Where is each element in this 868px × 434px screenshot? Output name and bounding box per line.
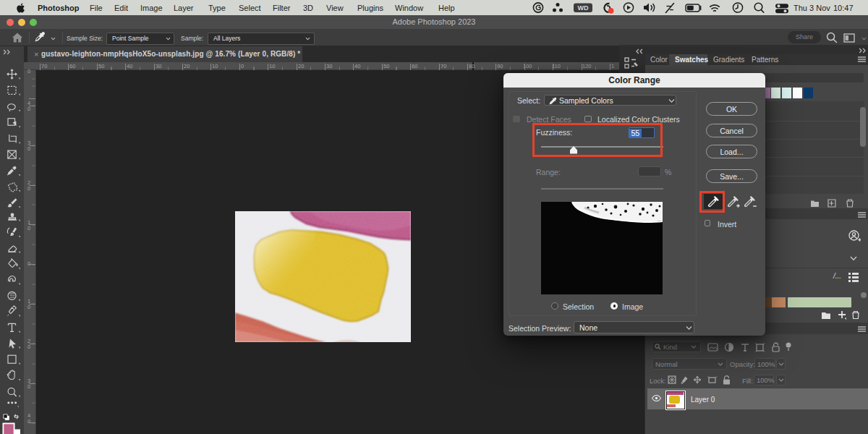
svg-text:WD: WD bbox=[578, 4, 589, 12]
